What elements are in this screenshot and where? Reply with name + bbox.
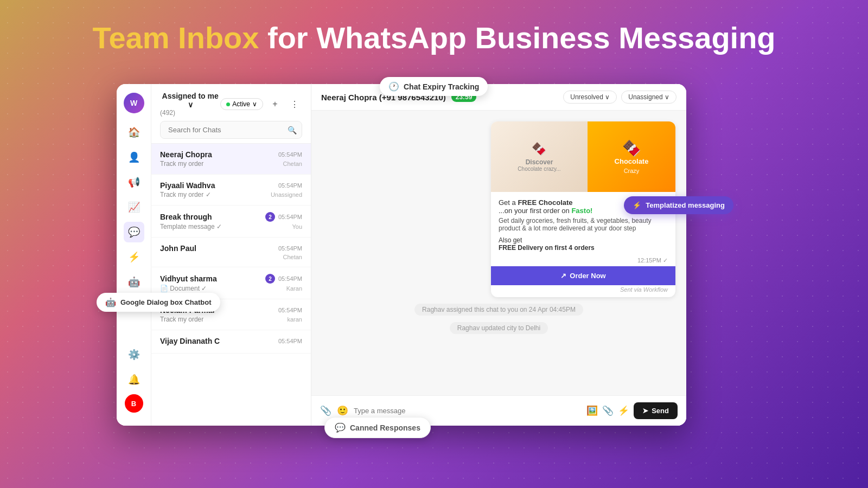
status-label: Active — [232, 100, 250, 108]
chat-item-time: 05:54PM — [278, 307, 302, 313]
chat-item[interactable]: John Paul 05:54PM Chetan — [151, 237, 311, 267]
image-upload-icon[interactable]: 🖼️ — [586, 405, 598, 416]
chat-list-panel: Assigned to me ∨ (492) Active ∨ + ⋮ 🔍 — [151, 84, 311, 426]
chat-item-name: John Paul — [160, 244, 196, 253]
emoji-icon[interactable]: 🙂 — [337, 405, 348, 416]
chat-expiry-tooltip[interactable]: 🕐 Chat Expiry Tracking — [380, 77, 488, 96]
status-dropdown-label: Unresolved ∨ — [570, 93, 610, 101]
chat-item-agent: Karan — [286, 285, 302, 292]
chat-expiry-label: Chat Expiry Tracking — [404, 82, 479, 91]
status-dot — [226, 102, 230, 106]
template-label: Templatized messaging — [646, 201, 725, 209]
canned-responses-tooltip[interactable]: 💬 Canned Responses — [324, 417, 431, 438]
hero-title-white: for WhatsApp Business Messaging — [259, 21, 775, 55]
assigned-row: Assigned to me ∨ (492) Active ∨ + ⋮ — [160, 92, 302, 117]
template-tooltip[interactable]: ⚡ Templatized messaging — [624, 196, 733, 214]
sidebar-item-notifications[interactable]: 🔔 — [124, 369, 144, 390]
assigned-count: (492) — [160, 109, 220, 117]
hero-title: Team Inbox for WhatsApp Business Messagi… — [0, 21, 868, 55]
chatbot-icon: 🤖 — [105, 297, 116, 307]
send-label: Send — [652, 407, 669, 415]
chat-item[interactable]: Vijay Dinanath C 05:54PM — [151, 330, 311, 354]
sidebar-item-broadcasts[interactable]: 📢 — [124, 172, 144, 192]
chat-item-time: 05:54PM — [278, 151, 302, 158]
chat-item-message: Track my order — [160, 316, 203, 323]
chat-item-name: Neeraj Chopra — [160, 150, 212, 159]
chat-list: Neeraj Chopra 05:54PM Track my order Che… — [151, 144, 311, 426]
chat-item-agent: Unassigned — [271, 191, 302, 198]
attach-icon[interactable]: 📎 — [320, 405, 331, 416]
chat-item-message: Template message ✓ — [160, 223, 222, 230]
status-badge[interactable]: Active ∨ — [220, 98, 263, 110]
sidebar-item-automations[interactable]: ⚡ — [124, 247, 144, 267]
promo-image-right: 🍫 Chocolate Crazy — [588, 121, 675, 192]
canned-label: Canned Responses — [350, 423, 420, 432]
chat-item-time: 05:54PM — [278, 245, 302, 252]
chat-item-agent: Chetan — [283, 254, 302, 260]
sidebar-item-contacts[interactable]: 👤 — [124, 147, 144, 168]
search-icon: 🔍 — [288, 126, 297, 134]
unread-badge: 2 — [265, 274, 275, 284]
chat-item-name: Vidhyut sharma — [160, 274, 217, 283]
order-btn-label: Order Now — [570, 272, 605, 280]
chat-item[interactable]: Neeraj Chopra 05:54PM Track my order Che… — [151, 144, 311, 175]
chat-item-time: 05:54PM — [278, 214, 302, 220]
status-dropdown[interactable]: Unresolved ∨ — [563, 91, 617, 104]
external-link-icon: ↗ — [560, 272, 566, 280]
chatbot-label: Google Dialog box Chatbot — [120, 298, 212, 306]
chat-topbar: Neeraj Chopra (+91 9876543210) 23:59 Unr… — [311, 84, 686, 111]
promo-time: 12:15PM ✓ — [637, 257, 668, 264]
sent-via-label: Sent via Workflow — [491, 285, 675, 297]
chat-item-agent: Chetan — [283, 160, 302, 167]
chevron-down-icon: ∨ — [252, 100, 257, 108]
system-message: Raghav updated city to Delhi — [450, 322, 548, 334]
search-box: 🔍 — [160, 121, 302, 139]
hero-title-yellow: Team Inbox — [92, 21, 259, 55]
promo-footer: 12:15PM ✓ — [491, 255, 675, 266]
chat-item-name: Vijay Dinanath C — [160, 337, 220, 345]
attachment-icon[interactable]: 📎 — [602, 405, 614, 416]
header-actions: Active ∨ + ⋮ — [220, 97, 302, 112]
sidebar-item-inbox[interactable]: 💬 — [124, 222, 144, 242]
sidebar-item-home[interactable]: 🏠 — [124, 122, 144, 143]
chat-item-message: Track my order — [160, 160, 203, 168]
add-chat-button[interactable]: + — [267, 97, 283, 112]
promo-images: 🍫 Discover Chocolate crazy... 🍫 Chocolat… — [491, 121, 675, 192]
more-options-button[interactable]: ⋮ — [287, 97, 302, 112]
chat-item[interactable]: Piyaali Wadhva 05:54PM Track my order ✓ … — [151, 175, 311, 206]
clock-icon: 🕐 — [388, 81, 399, 92]
assigned-dropdown[interactable]: Unassigned ∨ — [621, 91, 676, 104]
topbar-actions: Unresolved ∨ Unassigned ∨ — [563, 91, 676, 104]
sidebar-item-chatbot[interactable]: 🤖 — [124, 272, 144, 292]
order-now-button[interactable]: ↗ Order Now — [491, 266, 675, 285]
chat-item-name: Break through — [160, 213, 212, 221]
assigned-to-button[interactable]: Assigned to me ∨ — [160, 92, 220, 109]
chat-item-time: 05:54PM — [278, 182, 302, 189]
system-message: Raghav assigned this chat to you on 24 A… — [414, 304, 583, 316]
chat-item-agent: karan — [287, 316, 302, 323]
unread-badge: 2 — [265, 212, 275, 222]
promo-subtitle: Get daily groceries, fresh fruits, & veg… — [499, 217, 668, 232]
message-input[interactable] — [354, 407, 581, 415]
chat-item-time: 05:54PM — [278, 275, 302, 282]
promo-image-left: 🍫 Discover Chocolate crazy... — [491, 121, 588, 192]
chat-item-message: 📄 Document ✓ — [160, 285, 207, 292]
chat-list-header: Assigned to me ∨ (492) Active ∨ + ⋮ 🔍 — [151, 84, 311, 144]
chatbot-tooltip[interactable]: 🤖 Google Dialog box Chatbot — [97, 293, 220, 312]
assigned-to-label: Assigned to me ∨ — [160, 92, 220, 109]
chat-item-agent: You — [292, 223, 302, 230]
send-arrow-icon: ➤ — [642, 407, 648, 415]
sidebar-item-settings[interactable]: ⚙️ — [124, 344, 144, 365]
input-actions: 🖼️ 📎 ⚡ ➤ Send — [586, 402, 678, 419]
quick-reply-icon[interactable]: ⚡ — [618, 405, 629, 416]
sidebar-item-analytics[interactable]: 📈 — [124, 197, 144, 217]
message-icon: 💬 — [335, 422, 346, 433]
chat-item[interactable]: Break through 2 05:54PM Template message… — [151, 206, 311, 237]
search-input[interactable] — [160, 121, 302, 139]
send-button[interactable]: ➤ Send — [634, 402, 678, 419]
chat-messages: 🍫 Discover Chocolate crazy... 🍫 Chocolat… — [311, 111, 686, 395]
avatar[interactable]: W — [124, 93, 144, 113]
chat-item-message: Track my order ✓ — [160, 191, 211, 198]
lightning-icon: ⚡ — [633, 201, 641, 209]
sidebar-user-avatar[interactable]: B — [125, 394, 143, 413]
